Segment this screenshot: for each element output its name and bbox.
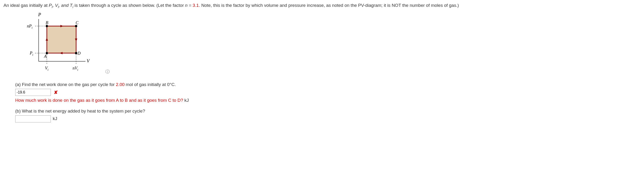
x-tick-right: nVi [72, 66, 78, 71]
svg-point-17 [75, 25, 77, 27]
part-a-input-row: ✘ [15, 88, 640, 96]
problem-prefix: An ideal gas initially at [4, 3, 49, 8]
wrong-icon: ✘ [54, 90, 58, 95]
svg-point-18 [75, 52, 77, 54]
part-a-unit: kJ [184, 98, 189, 103]
point-b-label: B [46, 21, 48, 25]
part-b-unit: kJ [53, 116, 57, 121]
problem-vars: Pi, Vi, and Ti [49, 3, 73, 8]
n-value: 3.1 [192, 3, 198, 8]
pv-diagram-svg: P V A B C D nPi Pi Vi nVi [24, 12, 95, 73]
problem-suffix: . Note, this is the factor by which volu… [199, 3, 459, 8]
part-a: (a) Find the net work done on the gas pe… [15, 81, 640, 104]
y-axis-label: P [38, 12, 41, 17]
part-b: (b) What is the net energy added by heat… [15, 108, 640, 122]
part-b-input-row: kJ [15, 115, 640, 122]
y-tick-bottom: Pi [30, 51, 33, 56]
part-a-input[interactable] [15, 89, 51, 96]
x-axis-label: V [87, 58, 90, 63]
part-b-text: (b) What is the net energy added by heat… [15, 108, 640, 115]
point-c-label: C [76, 21, 79, 25]
pv-diagram: P V A B C D nPi Pi Vi nVi ⓘ [24, 12, 640, 75]
info-icon[interactable]: ⓘ [106, 68, 110, 75]
point-d-label: D [77, 51, 80, 56]
y-tick-top: nPi [27, 24, 32, 29]
part-b-input[interactable] [15, 115, 51, 122]
svg-rect-6 [47, 26, 76, 53]
mol-value: 2.00 [116, 82, 124, 87]
problem-mid: is taken through a cycle as shown below.… [73, 3, 185, 8]
part-a-text: (a) Find the net work done on the gas pe… [15, 81, 640, 88]
part-a-hint: How much work is done on the gas as it g… [15, 97, 640, 104]
svg-point-16 [46, 25, 48, 27]
problem-statement: An ideal gas initially at Pi, Vi, and Ti… [4, 2, 640, 10]
x-tick-left: Vi [45, 66, 48, 71]
n-equals: n = [185, 3, 192, 8]
point-a-label: A [44, 54, 47, 59]
